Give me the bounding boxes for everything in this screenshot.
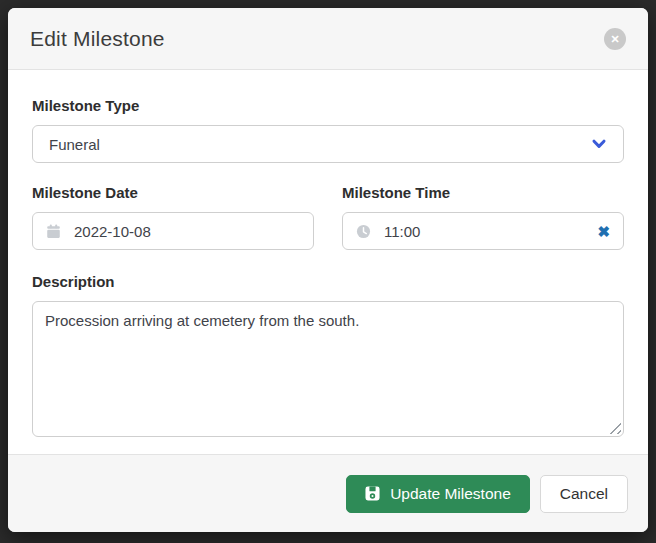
milestone-type-label: Milestone Type [32,96,624,115]
milestone-time-value: 11:00 [384,223,584,240]
milestone-type-value: Funeral [49,136,100,153]
milestone-date-value: 2022-10-08 [74,223,151,240]
milestone-date-input[interactable]: 2022-10-08 [32,212,314,250]
milestone-time-group: Milestone Time 11:00 ✖ [342,183,624,250]
milestone-time-input[interactable]: 11:00 ✖ [342,212,624,250]
description-textarea-wrap: Procession arriving at cemetery from the… [32,301,624,437]
description-textarea[interactable]: Procession arriving at cemetery from the… [32,301,624,437]
x-clear-icon: ✖ [597,223,610,240]
clear-time-button[interactable]: ✖ [597,224,610,239]
update-milestone-button[interactable]: Update Milestone [346,475,530,513]
date-time-row: Milestone Date 2022-10-08 [32,183,624,250]
milestone-type-group: Milestone Type Funeral [32,96,624,163]
description-label: Description [32,272,624,291]
modal-body: Milestone Type Funeral Milestone Date [8,70,648,454]
close-button[interactable]: ✕ [604,28,626,50]
page-title: Edit Milestone [30,27,165,51]
milestone-date-label: Milestone Date [32,183,314,202]
update-milestone-label: Update Milestone [390,485,511,503]
x-circle-icon: ✕ [610,28,619,50]
save-icon [365,486,380,501]
milestone-time-label: Milestone Time [342,183,624,202]
chevron-down-icon [591,136,607,152]
clock-icon [356,224,371,239]
modal-footer: Update Milestone Cancel [8,454,648,532]
calendar-icon [46,224,61,239]
modal-header: Edit Milestone ✕ [8,8,648,70]
edit-milestone-modal: Edit Milestone ✕ Milestone Type Funeral [8,8,648,532]
milestone-date-group: Milestone Date 2022-10-08 [32,183,314,250]
description-group: Description Procession arriving at cemet… [32,272,624,437]
cancel-label: Cancel [560,485,608,503]
cancel-button[interactable]: Cancel [540,475,628,513]
milestone-type-select[interactable]: Funeral [32,125,624,163]
